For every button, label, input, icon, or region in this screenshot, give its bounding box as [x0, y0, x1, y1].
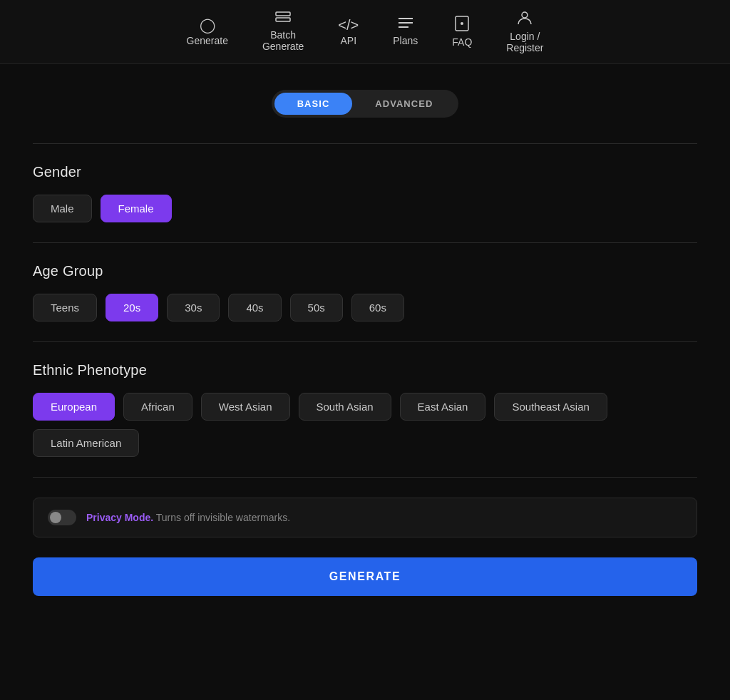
user-icon — [517, 10, 533, 28]
nav-login-label: Login /Register — [506, 31, 543, 53]
ethnicity-divider — [33, 477, 697, 478]
nav-plans[interactable]: Plans — [393, 17, 418, 46]
ethnicity-south-asian[interactable]: South Asian — [299, 393, 391, 421]
age-options: Teens 20s 30s 40s 50s 60s — [33, 294, 697, 321]
plans-icon — [399, 17, 413, 32]
privacy-mode-label: Privacy Mode. — [86, 512, 153, 523]
nav-generate[interactable]: ◯ Generate — [187, 18, 228, 46]
age-30s[interactable]: 30s — [167, 294, 220, 321]
nav-faq[interactable]: FAQ — [452, 16, 472, 48]
privacy-toggle[interactable] — [48, 510, 76, 525]
svg-rect-1 — [276, 18, 290, 21]
gender-male[interactable]: Male — [33, 195, 92, 222]
age-divider — [33, 341, 697, 342]
privacy-row: Privacy Mode. Turns off invisible waterm… — [33, 498, 697, 537]
ethnicity-west-asian[interactable]: West Asian — [201, 393, 290, 421]
gender-female[interactable]: Female — [101, 195, 172, 222]
batch-icon — [275, 11, 291, 26]
nav-batch-label: BatchGenerate — [262, 29, 304, 52]
api-icon: </> — [338, 18, 359, 32]
nav-login[interactable]: Login /Register — [506, 10, 543, 53]
nav-api-label: API — [340, 35, 356, 46]
tab-advanced[interactable]: ADVANCED — [352, 93, 456, 115]
ethnicity-east-asian[interactable]: East Asian — [400, 393, 486, 421]
age-50s[interactable]: 50s — [290, 294, 343, 321]
gender-divider — [33, 242, 697, 243]
age-section: Age Group Teens 20s 30s 40s 50s 60s — [33, 263, 697, 321]
ethnicity-label: Ethnic Phenotype — [33, 362, 697, 379]
ethnicity-section: Ethnic Phenotype European African West A… — [33, 362, 697, 457]
tab-basic[interactable]: BASIC — [274, 93, 353, 115]
generate-button[interactable]: GENERATE — [33, 557, 697, 596]
svg-rect-0 — [276, 12, 290, 16]
nav-faq-label: FAQ — [452, 36, 472, 48]
age-20s[interactable]: 20s — [106, 294, 158, 321]
gender-label: Gender — [33, 164, 697, 180]
tab-group: BASIC ADVANCED — [272, 90, 459, 118]
age-40s[interactable]: 40s — [228, 294, 281, 321]
nav-api[interactable]: </> API — [338, 18, 359, 46]
faq-icon — [455, 16, 469, 34]
nav-plans-label: Plans — [393, 35, 418, 46]
top-divider — [33, 143, 697, 144]
ethnicity-latin-american[interactable]: Latin American — [33, 429, 139, 457]
gender-options: Male Female — [33, 195, 697, 222]
view-tabs: BASIC ADVANCED — [33, 90, 697, 118]
nav-generate-label: Generate — [187, 35, 228, 46]
eye-icon: ◯ — [200, 18, 215, 32]
privacy-description: Turns off invisible watermarks. — [153, 512, 290, 523]
ethnicity-options: European African West Asian South Asian … — [33, 393, 697, 457]
ethnicity-african[interactable]: African — [123, 393, 192, 421]
privacy-text: Privacy Mode. Turns off invisible waterm… — [86, 512, 290, 523]
age-label: Age Group — [33, 263, 697, 279]
nav-batch-generate[interactable]: BatchGenerate — [262, 11, 304, 52]
ethnicity-southeast-asian[interactable]: Southeast Asian — [494, 393, 607, 421]
navbar: ◯ Generate BatchGenerate </> API Plans — [0, 0, 730, 64]
gender-section: Gender Male Female — [33, 164, 697, 222]
toggle-thumb — [50, 512, 61, 523]
age-60s[interactable]: 60s — [351, 294, 404, 321]
svg-point-6 — [461, 22, 463, 25]
main-content: BASIC ADVANCED Gender Male Female Age Gr… — [16, 64, 714, 624]
svg-point-7 — [522, 12, 528, 18]
ethnicity-european[interactable]: European — [33, 393, 115, 421]
age-teens[interactable]: Teens — [33, 294, 97, 321]
